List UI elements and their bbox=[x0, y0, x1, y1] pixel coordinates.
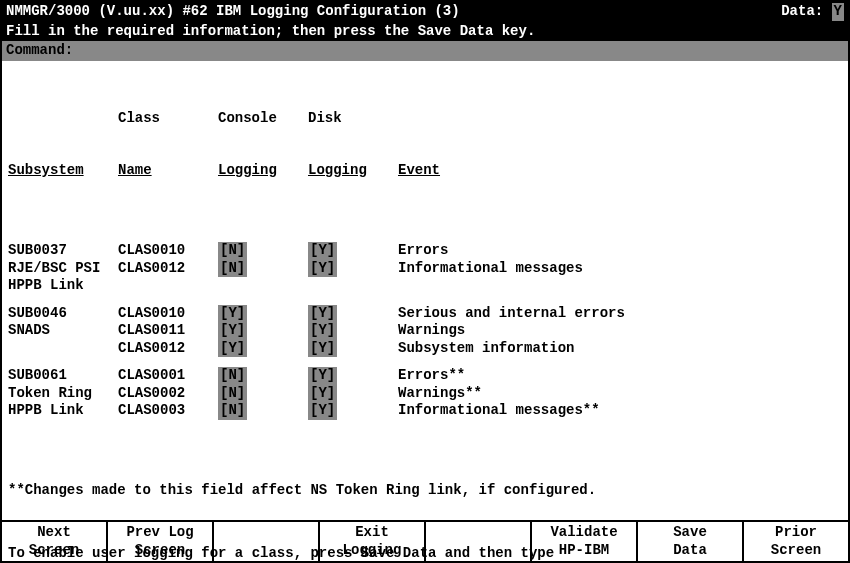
event-cell: Informational messages** bbox=[398, 402, 842, 420]
header-row-top: Class Console Disk bbox=[8, 110, 842, 128]
table-row: SUB0046CLAS0010[Y][Y]Serious and interna… bbox=[8, 305, 842, 323]
main-content: Class Console Disk Subsystem Name Loggin… bbox=[2, 61, 848, 564]
console-logging-field[interactable]: [N] bbox=[218, 260, 247, 278]
command-line[interactable]: Command: bbox=[2, 41, 848, 61]
table-row: SNADSCLAS0011[Y][Y]Warnings bbox=[8, 322, 842, 340]
title-right: Data: Y bbox=[781, 3, 844, 21]
fkey-5 bbox=[426, 522, 532, 561]
subsystem-cell: SNADS bbox=[8, 322, 118, 340]
function-key-bar: NextScreenPrev LogScreenExitLoggingValid… bbox=[2, 520, 848, 561]
table-row: Token RingCLAS0002[N][Y]Warnings** bbox=[8, 385, 842, 403]
col-disk: Logging bbox=[308, 162, 367, 180]
class-cell: CLAS0011 bbox=[118, 322, 218, 340]
subsystem-cell: HPPB Link bbox=[8, 402, 118, 420]
data-flag-field[interactable]: Y bbox=[832, 3, 844, 21]
class-cell: CLAS0012 bbox=[118, 340, 218, 358]
event-cell: Informational messages bbox=[398, 260, 842, 278]
subsystem-cell: SUB0061 bbox=[8, 367, 118, 385]
disk-logging-field[interactable]: [Y] bbox=[308, 305, 337, 323]
subsystem-cell: SUB0046 bbox=[8, 305, 118, 323]
subsystem-cell: RJE/BSC PSI bbox=[8, 260, 118, 278]
disk-logging-field[interactable]: [Y] bbox=[308, 402, 337, 420]
footnote: **Changes made to this field affect NS T… bbox=[8, 482, 842, 500]
console-logging-field[interactable]: [N] bbox=[218, 402, 247, 420]
class-cell: CLAS0012 bbox=[118, 260, 218, 278]
header-row: Subsystem Name Logging Logging Event bbox=[8, 162, 842, 180]
table-row: SUB0037CLAS0010[N][Y]Errors bbox=[8, 242, 842, 260]
class-cell: CLAS0010 bbox=[118, 305, 218, 323]
class-cell: CLAS0001 bbox=[118, 367, 218, 385]
col-event: Event bbox=[398, 162, 440, 178]
table-row: SUB0061CLAS0001[N][Y]Errors** bbox=[8, 367, 842, 385]
disk-logging-field[interactable]: [Y] bbox=[308, 367, 337, 385]
disk-logging-field[interactable]: [Y] bbox=[308, 260, 337, 278]
console-logging-field[interactable]: [N] bbox=[218, 385, 247, 403]
event-cell: Errors bbox=[398, 242, 842, 260]
table-row: HPPB Link bbox=[8, 277, 842, 295]
class-cell: CLAS0002 bbox=[118, 385, 218, 403]
disk-logging-field[interactable]: [Y] bbox=[308, 322, 337, 340]
fkey-4[interactable]: ExitLogging bbox=[320, 522, 426, 561]
fkey-8[interactable]: PriorScreen bbox=[744, 522, 848, 561]
col-console: Logging bbox=[218, 162, 277, 180]
fkey-1[interactable]: NextScreen bbox=[2, 522, 108, 561]
disk-logging-field[interactable]: [Y] bbox=[308, 385, 337, 403]
disk-logging-field[interactable]: [Y] bbox=[308, 242, 337, 260]
col-class: Name bbox=[118, 162, 152, 178]
event-cell: Subsystem information bbox=[398, 340, 842, 358]
title-left: NMMGR/3000 (V.uu.xx) #62 IBM Logging Con… bbox=[6, 3, 460, 21]
class-cell: CLAS0003 bbox=[118, 402, 218, 420]
console-logging-field[interactable]: [Y] bbox=[218, 305, 247, 323]
instruction-line: Fill in the required information; then p… bbox=[2, 22, 848, 42]
command-input[interactable] bbox=[73, 42, 844, 60]
fkey-2[interactable]: Prev LogScreen bbox=[108, 522, 214, 561]
event-cell: Warnings bbox=[398, 322, 842, 340]
fkey-3 bbox=[214, 522, 320, 561]
subsystem-cell: SUB0037 bbox=[8, 242, 118, 260]
class-cell: CLAS0010 bbox=[118, 242, 218, 260]
subsystem-cell: Token Ring bbox=[8, 385, 118, 403]
event-cell: Errors** bbox=[398, 367, 842, 385]
table-row: RJE/BSC PSICLAS0012[N][Y]Informational m… bbox=[8, 260, 842, 278]
console-logging-field[interactable]: [Y] bbox=[218, 340, 247, 358]
event-cell: Serious and internal errors bbox=[398, 305, 842, 323]
console-logging-field[interactable]: [Y] bbox=[218, 322, 247, 340]
disk-logging-field[interactable]: [Y] bbox=[308, 340, 337, 358]
fkey-6[interactable]: ValidateHP-IBM bbox=[532, 522, 638, 561]
fkey-7[interactable]: SaveData bbox=[638, 522, 744, 561]
subsystem-cell: HPPB Link bbox=[8, 277, 118, 295]
command-label: Command: bbox=[6, 42, 73, 60]
table-row: HPPB LinkCLAS0003[N][Y]Informational mes… bbox=[8, 402, 842, 420]
event-cell: Warnings** bbox=[398, 385, 842, 403]
title-bar: NMMGR/3000 (V.uu.xx) #62 IBM Logging Con… bbox=[2, 2, 848, 22]
table-row: CLAS0012[Y][Y]Subsystem information bbox=[8, 340, 842, 358]
console-logging-field[interactable]: [N] bbox=[218, 367, 247, 385]
col-subsystem: Subsystem bbox=[8, 162, 84, 178]
console-logging-field[interactable]: [N] bbox=[218, 242, 247, 260]
